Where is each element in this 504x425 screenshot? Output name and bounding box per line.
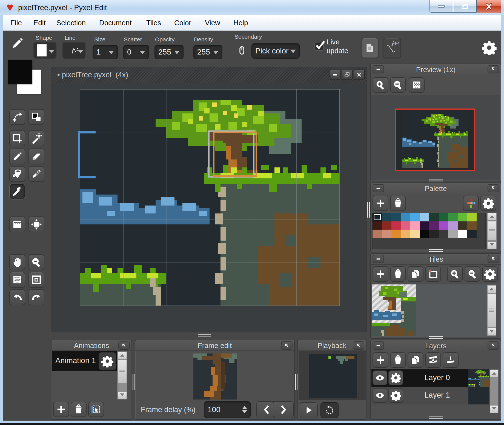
preview-zoom-in-button[interactable] [373, 77, 388, 93]
layers-scroll-down[interactable] [490, 405, 498, 413]
menu-tiles[interactable]: Tiles [146, 19, 161, 27]
play-button[interactable] [300, 402, 318, 418]
preview-zoom-out-button[interactable] [390, 77, 406, 93]
document-close-button[interactable] [354, 70, 365, 80]
palette-swatch[interactable] [467, 213, 477, 221]
pixel-canvas[interactable] [80, 89, 339, 306]
palette-swatch[interactable] [420, 221, 429, 230]
palette-swatch[interactable] [429, 213, 439, 221]
frame-thumbnail[interactable] [193, 353, 237, 400]
pencil-tool[interactable] [9, 149, 25, 164]
palette-swatch[interactable] [448, 230, 458, 238]
preview-palette-splitter[interactable] [429, 179, 443, 182]
primary-color-swatch[interactable] [8, 60, 32, 84]
scatter-dropdown[interactable]: 0 [123, 45, 149, 59]
tileset-thumbnail[interactable] [372, 284, 416, 336]
palette-scroll-up[interactable] [487, 213, 497, 221]
palette-swatch[interactable] [467, 230, 477, 238]
toggle-tile-grid-button[interactable] [9, 272, 25, 288]
animations-add-button[interactable] [53, 402, 69, 417]
magic-wand-tool[interactable] [28, 130, 44, 146]
palette-swatch[interactable] [410, 230, 420, 238]
tiles-scroll-down[interactable] [487, 328, 496, 336]
zoom-tool[interactable] [28, 254, 44, 270]
swap-colors-button[interactable] [9, 109, 25, 125]
size-dropdown[interactable]: 1 [93, 45, 118, 59]
palette-swatch[interactable] [439, 221, 448, 230]
palette-swatch[interactable] [401, 230, 411, 238]
palette-swatch[interactable] [382, 230, 392, 238]
layers-duplicate-button[interactable] [408, 352, 423, 368]
menu-view[interactable]: View [205, 19, 220, 27]
palette-settings-button[interactable] [480, 196, 496, 211]
tiles-zoom-out-button[interactable] [465, 266, 480, 282]
animations-popout-button[interactable] [118, 341, 130, 350]
palette-swatch[interactable] [410, 221, 420, 230]
menu-selection[interactable]: Selection [56, 19, 86, 27]
palette-swatch[interactable] [373, 230, 382, 238]
palette-popout-button[interactable] [488, 184, 499, 192]
document-minimize-button[interactable] [330, 70, 340, 80]
palette-swatch[interactable] [420, 230, 429, 238]
document-restore-button[interactable] [342, 70, 353, 80]
redo-button[interactable] [28, 289, 44, 305]
opacity-dropdown[interactable]: 255 [154, 45, 184, 59]
frame-delay-input[interactable]: 100 [204, 401, 251, 418]
layers-delete-button[interactable] [390, 352, 406, 368]
tiles-add-button[interactable] [373, 266, 388, 282]
palette-swatch[interactable] [458, 230, 467, 238]
canvas-bottom-splitter[interactable] [198, 334, 211, 337]
line-dropdown[interactable] [62, 42, 85, 59]
layer1-visibility-button[interactable] [373, 388, 387, 403]
layers-add-button[interactable] [373, 352, 388, 368]
current-tool-pencil-icon[interactable] [10, 36, 25, 50]
palette-mixer-button[interactable] [463, 196, 479, 211]
tiles-duplicate-button[interactable] [408, 266, 423, 282]
live-update-checkbox[interactable] [314, 42, 324, 51]
shape-dropdown[interactable] [33, 42, 56, 59]
layers-scroll-up[interactable] [490, 370, 498, 377]
animation-settings-button[interactable] [99, 352, 116, 370]
layers-merge-down-button[interactable] [425, 352, 441, 368]
layer1-settings-button[interactable] [388, 388, 403, 403]
density-dropdown[interactable]: 255 [193, 45, 222, 59]
layer-row-selected[interactable]: Layer 0 [371, 369, 489, 387]
palette-swatch[interactable] [448, 221, 458, 230]
tiles-layers-splitter[interactable] [429, 336, 443, 339]
default-colors-button[interactable] [28, 109, 44, 125]
layer0-visibility-button[interactable] [373, 370, 387, 385]
palette-swatch[interactable] [429, 221, 439, 230]
animations-scroll-up[interactable] [118, 352, 127, 359]
minimize-button[interactable] [429, 0, 453, 13]
menu-edit[interactable]: Edit [33, 19, 46, 27]
palette-scrollbar[interactable] [487, 213, 497, 249]
palette-scroll-thumb[interactable] [487, 221, 497, 240]
menu-file[interactable]: File [10, 19, 22, 27]
frame-delay-spinner[interactable] [242, 404, 247, 416]
tiles-settings-button[interactable] [482, 266, 498, 282]
palette-swatch[interactable] [458, 221, 467, 230]
layers-scrollbar[interactable] [490, 369, 499, 413]
layer0-thumbnail[interactable] [468, 369, 489, 387]
preview-grid-button[interactable] [409, 77, 425, 93]
eyedropper-tool[interactable] [9, 184, 25, 199]
palette-swatch[interactable] [382, 213, 392, 221]
next-frame-button[interactable] [273, 401, 294, 418]
palette-swatch[interactable] [391, 230, 401, 238]
tile-mode-toggle[interactable] [361, 38, 379, 58]
preview-popout-button[interactable] [488, 65, 499, 73]
pick-color-dropdown[interactable]: Pick color [251, 43, 300, 59]
palette-swatch[interactable] [458, 213, 467, 221]
palette-swatch[interactable] [448, 213, 458, 221]
animations-select-frames-button[interactable] [88, 402, 104, 417]
layers-bottom-splitter[interactable] [429, 417, 443, 420]
palette-swatch[interactable] [439, 230, 448, 238]
dither-pen-tool[interactable] [28, 166, 44, 182]
undo-button[interactable] [9, 289, 25, 305]
palette-swatch[interactable] [373, 221, 382, 230]
menu-color[interactable]: Color [174, 19, 191, 27]
palette-swatch[interactable] [429, 230, 439, 238]
layer-row[interactable]: Layer 1 [371, 387, 489, 404]
close-button[interactable] [477, 0, 501, 13]
fill-bucket-tool[interactable] [9, 166, 25, 182]
